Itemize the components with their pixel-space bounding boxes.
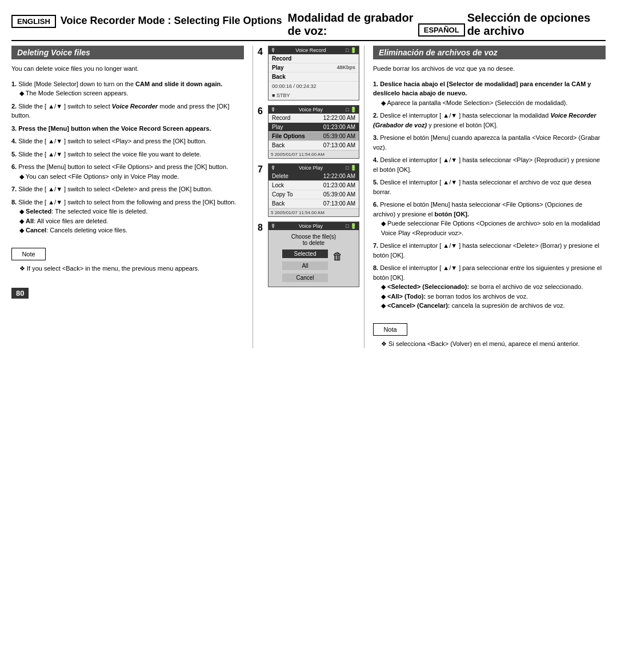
screen-7-delete[interactable]: Delete12:22:00 AM [269, 172, 359, 181]
nota-text: ❖ Si selecciona <Back> (Volver) en el me… [381, 339, 606, 349]
english-label: ENGLISH [11, 15, 56, 28]
left-section-title: Deleting Voice files [11, 46, 244, 59]
nota-section: Nota ❖ Si selecciona <Back> (Volver) en … [373, 317, 606, 349]
screen-4-record[interactable]: Record [269, 54, 359, 63]
note-section: Note ❖ If you select <Back> in the menu,… [11, 242, 244, 273]
screen-8-header: 🎙 Voice Play □ 🔋 [269, 222, 359, 230]
screen-7: 🎙 Voice Play □ 🔋 Delete12:22:00 AM Lock0… [268, 163, 359, 217]
screen-6-mic-icon: 🎙 [271, 107, 276, 112]
screen-6-record[interactable]: Record12:22:00 AM [269, 114, 359, 123]
main-content: Deleting Voice files You can delete voic… [11, 46, 606, 348]
right-section-title: Eliminación de archivos de voz [373, 46, 606, 59]
screen-8-prompt: Choose the file(s)to delete [272, 234, 355, 246]
screen-6-play[interactable]: Play01:23:00 AM [269, 123, 359, 132]
right-title-part1: Modalidad de grabador de voz: [288, 11, 415, 38]
screen-8-title: Voice Play [299, 223, 323, 229]
left-page-title: Voice Recorder Mode : Selecting File Opt… [61, 15, 282, 28]
page-number: 80 [11, 288, 29, 299]
screen-6-back[interactable]: Back07:13:00 AM [269, 141, 359, 150]
screen-7-num: 7 [258, 164, 265, 175]
nota-label: Nota [373, 323, 407, 336]
right-step-3: 3. Presione el botón [Menu] cuando apare… [373, 133, 606, 152]
step-2: 2. Slide the [ ▲/▼ ] switch to select Vo… [11, 102, 244, 120]
screen-6-num: 6 [258, 106, 265, 116]
screen-8-icons: □ 🔋 [346, 223, 356, 229]
screen-4-icons: □ 🔋 [346, 47, 356, 53]
right-header: Modalidad de grabador de voz: ESPAÑOL Se… [282, 11, 606, 38]
right-title-part2: Selección de opciones de archivo [467, 11, 606, 38]
screen-7-header: 🎙 Voice Play □ 🔋 [269, 164, 359, 172]
screen-8-mic-icon: 🎙 [271, 223, 276, 229]
screen-4-time: 00:00:16 / 00:24:32 [269, 82, 359, 91]
step-6: 6. Press the [Menu] button to select <Fi… [11, 162, 244, 181]
screen-7-back[interactable]: Back07:13:00 AM [269, 199, 359, 208]
page-number-block: 80 [11, 282, 244, 299]
right-step-2: 2. Deslice el interruptor [ ▲/▼ ] hasta … [373, 111, 606, 130]
trash-icon: 🗑 [330, 248, 345, 265]
espanol-label: ESPAÑOL [418, 23, 465, 37]
screens-column: 4 🎙 Voice Record □ 🔋 Record Play 48Kbps … [253, 46, 364, 348]
note-text: ❖ If you select <Back> in the menu, the … [19, 264, 244, 273]
screen-6-footer: 5 2005/01/07 11:54:00 AM [269, 150, 359, 158]
right-step-4: 4. Deslice el interruptor [ ▲/▼ ] hasta … [373, 155, 606, 174]
screen-4-play[interactable]: Play 48Kbps [269, 63, 359, 73]
screen-7-footer: 5 2005/01/07 11:54:00 AM [269, 208, 359, 216]
right-step-5: 5. Deslice el interruptor [ ▲/▼ ] hasta … [373, 178, 606, 196]
right-step-7: 7. Deslice el interruptor [ ▲/▼ ] hasta … [373, 241, 606, 260]
screen-7-mic-icon: 🎙 [271, 165, 276, 171]
screen-7-title: Voice Play [299, 165, 323, 171]
screen-6-file-options[interactable]: File Options05:39:00 AM [269, 132, 359, 141]
right-intro: Puede borrar los archivos de voz que ya … [373, 64, 606, 74]
screen-8: 🎙 Voice Play □ 🔋 Choose the file(s)to de… [268, 222, 359, 287]
screen-8-selected[interactable]: Selected [282, 250, 328, 258]
screen-4-mic-icon: 🎙 [271, 47, 276, 53]
right-step-6: 6. Presione el botón [Menu] hasta selecc… [373, 200, 606, 238]
page-header: ENGLISH Voice Recorder Mode : Selecting … [11, 11, 606, 41]
screen-4-status: ■ STBY [269, 91, 359, 100]
screen-7-block: 7 🎙 Voice Play □ 🔋 Delete12:22:00 AM Loc… [258, 163, 359, 217]
left-intro: You can delete voice files you no longer… [11, 64, 244, 74]
screen-8-block: 8 🎙 Voice Play □ 🔋 Choose the file(s)to … [258, 222, 359, 287]
page: ENGLISH Voice Recorder Mode : Selecting … [0, 0, 617, 672]
screen-4-title: Voice Record [295, 47, 326, 53]
right-step-8: 8. Deslice el interruptor [ ▲/▼ ] para s… [373, 263, 606, 311]
right-column: Eliminación de archivos de voz Puede bor… [364, 46, 606, 348]
left-column: Deleting Voice files You can delete voic… [11, 46, 253, 348]
screen-6-header: 🎙 Voice Play □ 🔋 [269, 106, 359, 114]
screen-6-title: Voice Play [299, 107, 323, 112]
screen-6: 🎙 Voice Play □ 🔋 Record12:22:00 AM Play0… [268, 105, 359, 159]
screen-8-options: Selected All Cancel 🗑 [272, 248, 355, 283]
screen-4: 🎙 Voice Record □ 🔋 Record Play 48Kbps Ba… [268, 46, 359, 100]
screen-7-copy-to[interactable]: Copy To05:39:00 AM [269, 190, 359, 199]
step-8: 8. Slide the [ ▲/▼ ] switch to select fr… [11, 198, 244, 235]
screen-8-body: Choose the file(s)to delete Selected All… [269, 230, 359, 287]
screen-4-num: 4 [258, 47, 265, 57]
step-5: 5. Slide the [ ▲/▼ ] switch to select th… [11, 150, 244, 159]
step-7: 7. Slide the [ ▲/▼ ] switch to select <D… [11, 184, 244, 194]
screen-8-num: 8 [258, 223, 265, 233]
note-label: Note [11, 248, 46, 260]
step-4: 4. Slide the [ ▲/▼ ] switch to select <P… [11, 136, 244, 146]
screen-4-back[interactable]: Back [269, 73, 359, 82]
step-1: 1. Slide [Mode Selector] down to turn on… [11, 79, 244, 98]
screen-4-block: 4 🎙 Voice Record □ 🔋 Record Play 48Kbps … [258, 46, 359, 100]
screen-7-lock[interactable]: Lock01:23:00 AM [269, 181, 359, 190]
step-3: 3. Press the [Menu] button when the Voic… [11, 124, 244, 134]
screen-8-all[interactable]: All [282, 261, 328, 270]
screen-7-icons: □ 🔋 [346, 165, 356, 171]
screen-4-header: 🎙 Voice Record □ 🔋 [269, 46, 359, 54]
screen-6-block: 6 🎙 Voice Play □ 🔋 Record12:22:00 AM Pla… [258, 105, 359, 159]
screen-8-cancel[interactable]: Cancel [282, 273, 328, 282]
right-step-1: 1. Deslice hacia abajo el [Selector de m… [373, 79, 606, 108]
screen-6-icons: □ 🔋 [346, 107, 356, 112]
